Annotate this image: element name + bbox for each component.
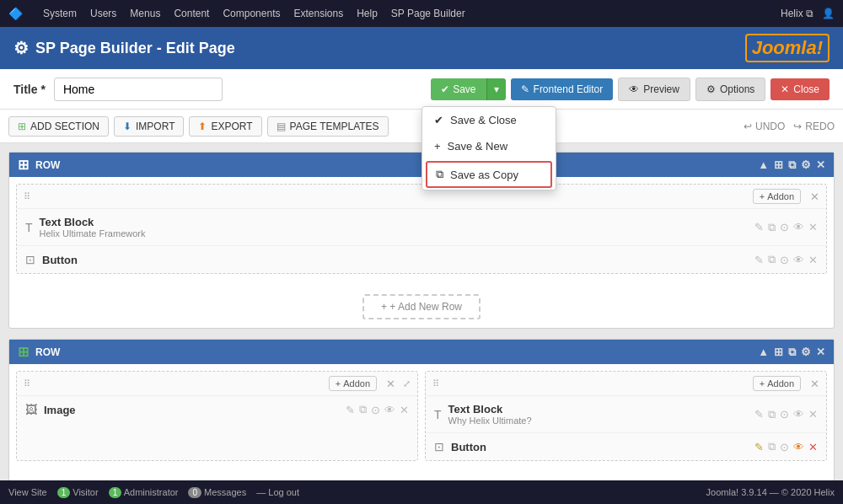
drag-handle-icon-2-1[interactable]: ⠿ [24, 378, 30, 389]
page-title-input[interactable] [54, 78, 223, 101]
row2-delete-icon[interactable]: ✕ [816, 346, 825, 358]
addon-button-1-1[interactable]: + Addon [753, 189, 801, 204]
block-eye-icon-3[interactable]: 👁 [793, 408, 804, 421]
addon-button-2-2[interactable]: + Addon [753, 376, 801, 391]
block-save-icon-3[interactable]: ⊙ [780, 408, 789, 421]
row-delete-icon[interactable]: ✕ [816, 158, 825, 171]
add-new-row-button-1[interactable]: + + Add New Row [362, 294, 481, 319]
block-copy-icon-2[interactable]: ⧉ [768, 253, 776, 266]
user-helix[interactable]: Helix ⧉ [781, 8, 813, 19]
page-title: ⚙ SP Page Builder - Edit Page [13, 38, 235, 58]
export-button[interactable]: ⬆ EXPORT [189, 116, 261, 137]
page-templates-icon: ▤ [277, 121, 286, 132]
row-plus-icon: ⊞ [18, 157, 29, 173]
drag-handle-icon[interactable]: ⠿ [24, 191, 30, 202]
block-eye-active-icon-4[interactable]: 👁 [793, 441, 804, 453]
row-up-icon[interactable]: ▲ [758, 158, 769, 171]
nav-help[interactable]: Help [357, 8, 378, 19]
nav-system[interactable]: System [43, 8, 77, 19]
nav-content[interactable]: Content [174, 8, 209, 19]
column-header-2-1: ⠿ + Addon ✕ ⤢ [17, 372, 417, 396]
col-remove-2-1[interactable]: ✕ [386, 378, 395, 390]
save-new-item[interactable]: + Save & New [422, 133, 556, 159]
block-info-text-1: Text Block Helix Ultimate Framework [40, 216, 754, 239]
top-navigation: 🔷 System Users Menus Content Components … [0, 0, 843, 27]
add-row-area-2: + + Add New Row [9, 473, 834, 480]
user-avatar-icon[interactable]: 👤 [822, 8, 835, 19]
text-block-icon-2: T [434, 408, 442, 421]
row-copy-icon[interactable]: ⧉ [788, 158, 796, 172]
visitor-badge: 1 Visitor [57, 487, 99, 497]
close-button[interactable]: ✕ Close [771, 78, 830, 100]
import-button[interactable]: ⬇ IMPORT [114, 116, 184, 137]
add-row-area-1: + + Add New Row [9, 286, 834, 328]
row2-settings-icon[interactable]: ⚙ [801, 346, 811, 358]
col-remove-2-2[interactable]: ✕ [810, 378, 819, 390]
undo-redo-group: ↩ UNDO ↪ REDO [744, 121, 835, 132]
undo-icon: ↩ [744, 121, 752, 132]
row2-up-icon[interactable]: ▲ [758, 346, 769, 358]
col-move-icon-2-1[interactable]: ⤢ [403, 378, 411, 389]
block-eye-icon-2[interactable]: 👁 [793, 254, 804, 266]
block-delete-icon-4[interactable]: ✕ [808, 441, 818, 453]
drag-handle-icon-2-2[interactable]: ⠿ [432, 378, 439, 389]
block-save-icon[interactable]: ⊙ [780, 221, 789, 233]
addon-button-2-1[interactable]: + Addon [329, 376, 377, 391]
row-settings-icon[interactable]: ⚙ [801, 158, 811, 171]
block-eye-icon-img[interactable]: 👁 [384, 404, 395, 416]
frontend-editor-button[interactable]: ✎ Frontend Editor [511, 78, 614, 100]
block-name-btn-2: Button [451, 441, 754, 453]
block-info-btn-2: Button [451, 441, 754, 453]
page-templates-button[interactable]: ▤ PAGE TEMPLATES [267, 116, 389, 137]
block-delete-icon-img[interactable]: ✕ [400, 404, 409, 416]
block-edit-icon-2[interactable]: ✎ [754, 254, 764, 266]
save-close-item[interactable]: ✔ Save & Close [422, 107, 556, 133]
save-dropdown-button[interactable]: ▾ [486, 78, 506, 100]
block-edit-icon-4[interactable]: ✎ [754, 441, 764, 453]
save-copy-item[interactable]: ⧉ Save as Copy [426, 161, 552, 188]
export-label: EXPORT [211, 121, 252, 132]
column-remove-icon-1-1[interactable]: ✕ [810, 190, 819, 203]
block-eye-icon[interactable]: 👁 [793, 221, 804, 233]
block-delete-icon-2[interactable]: ✕ [808, 254, 818, 266]
block-delete-icon[interactable]: ✕ [808, 221, 818, 233]
logout-link[interactable]: — Log out [256, 487, 299, 497]
block-name-text-2: Text Block [448, 403, 754, 416]
view-site-link[interactable]: View Site [8, 487, 47, 497]
save-button[interactable]: ✔ Save [431, 78, 486, 100]
add-section-button[interactable]: ⊞ ADD SECTION [8, 116, 109, 137]
block-copy-icon-3[interactable]: ⧉ [768, 408, 776, 421]
addon-plus-icon: + [760, 191, 765, 201]
block-save-icon-2[interactable]: ⊙ [780, 254, 789, 266]
block-save-icon-4[interactable]: ⊙ [780, 441, 789, 453]
nav-sp-page-builder[interactable]: SP Page Builder [391, 8, 465, 19]
admin-count-badge: 1 [109, 487, 122, 498]
nav-components[interactable]: Components [223, 8, 280, 19]
save-group: ✔ Save ▾ [431, 78, 505, 100]
block-delete-icon-3[interactable]: ✕ [808, 408, 818, 421]
block-edit-icon[interactable]: ✎ [754, 221, 764, 233]
undo-button[interactable]: ↩ UNDO [744, 121, 785, 132]
options-button[interactable]: ⚙ Options [695, 78, 765, 101]
block-copy-icon-img[interactable]: ⧉ [359, 403, 367, 416]
row2-copy-icon[interactable]: ⧉ [788, 346, 796, 359]
row-columns-icon[interactable]: ⊞ [774, 158, 783, 171]
block-copy-icon-4[interactable]: ⧉ [768, 440, 776, 453]
row-content-2: ⠿ + Addon ✕ ⤢ 🖼 Image [9, 364, 834, 473]
joomla-nav-logo: 🔷 [8, 7, 23, 20]
nav-menus[interactable]: Menus [130, 8, 160, 19]
nav-users[interactable]: Users [90, 8, 116, 19]
block-edit-icon-3[interactable]: ✎ [754, 408, 764, 421]
preview-button[interactable]: 👁 Preview [618, 78, 690, 101]
row-header-2: ⊞ ROW ▲ ⊞ ⧉ ⚙ ✕ [9, 340, 834, 364]
block-copy-icon[interactable]: ⧉ [768, 221, 776, 234]
redo-button[interactable]: ↪ REDO [793, 121, 835, 132]
block-edit-icon-img[interactable]: ✎ [346, 404, 355, 416]
nav-extensions[interactable]: Extensions [293, 8, 343, 19]
button-block-icon: ⊡ [25, 253, 35, 266]
block-save-icon-img[interactable]: ⊙ [371, 404, 380, 416]
row2-columns-icon[interactable]: ⊞ [774, 346, 783, 358]
column-1-1: ⠿ + Addon ✕ T Text Block Helix Ultimate … [16, 184, 827, 274]
undo-label: UNDO [755, 121, 785, 132]
block-sub-text-2: Why Helix Ultimate? [448, 416, 754, 426]
